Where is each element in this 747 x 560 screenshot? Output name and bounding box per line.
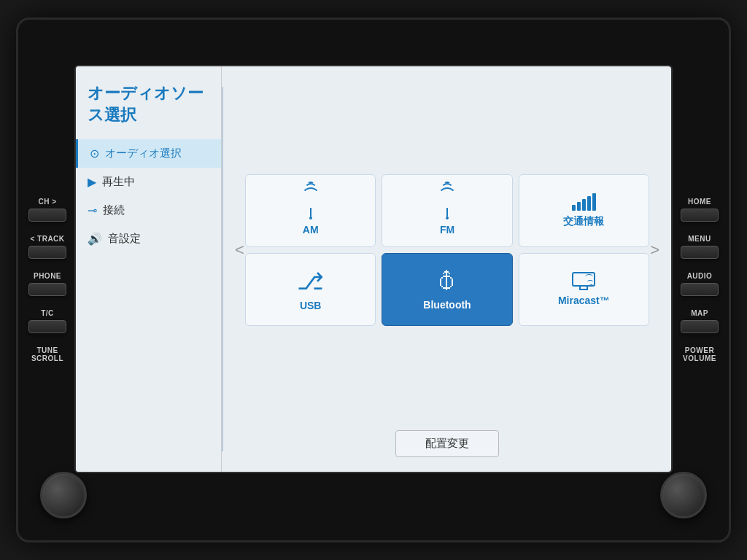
traffic-bar-5: [592, 193, 596, 211]
sidebar-item-sound-settings[interactable]: 🔊 音設定: [76, 225, 221, 253]
phone-label: PHONE: [34, 272, 61, 280]
tc-label: T/C: [41, 309, 54, 317]
audio-select-icon: ⊙: [90, 147, 99, 160]
bluetooth-label: Bluetooth: [423, 299, 471, 311]
traffic-bar-3: [582, 199, 586, 211]
miracast-stand: [579, 287, 588, 290]
audio-label: AUDIO: [687, 272, 713, 280]
miracast-ws1: [589, 284, 593, 287]
left-controls: CH > < TRACK PHONE T/C TUNESCROLL: [28, 198, 66, 362]
source-grid: AM FM: [231, 167, 664, 333]
left-knob-group: [40, 472, 87, 518]
menu-label: MENU: [688, 235, 711, 243]
map-label: MAP: [691, 309, 708, 317]
audio-button[interactable]: [681, 283, 719, 296]
traffic-bar-1: [572, 205, 576, 211]
bottom-bar: 配置変更: [231, 426, 664, 464]
fm-signal-arcs: [438, 186, 457, 206]
track-button[interactable]: [28, 246, 66, 259]
display-screen: オーディオソース選択 ⊙ オーディオ選択 ▶ 再生中 ⊸ 接続 🔊 音設定 <: [74, 65, 673, 473]
miracast-label: Miracast™: [558, 295, 610, 306]
screen-title: オーディオソース選択: [76, 75, 221, 139]
power-volume-label: POWERVOLUME: [683, 346, 716, 362]
sidebar-item-connect[interactable]: ⊸ 接続: [76, 196, 221, 225]
traffic-bar-4: [587, 196, 591, 211]
home-label: HOME: [688, 198, 711, 206]
miracast-ws3: [585, 274, 593, 279]
sidebar-item-audio-select-label: オーディオ選択: [105, 147, 182, 160]
source-bluetooth-button[interactable]: ⦽ Bluetooth: [382, 253, 512, 326]
am-signal-arcs: [301, 186, 320, 206]
audio-button-group: AUDIO: [681, 272, 719, 296]
traffic-bar-2: [577, 202, 581, 211]
am-arc-lg: [301, 187, 320, 206]
right-controls: HOME MENU AUDIO MAP POWERVOLUME: [681, 198, 719, 362]
traffic-bars: [572, 193, 596, 211]
menu-button-group: MENU: [681, 235, 719, 259]
head-unit: CH > < TRACK PHONE T/C TUNESCROLL HOME M…: [16, 18, 731, 542]
miracast-icon-container: [572, 272, 595, 290]
sidebar-item-now-playing-label: 再生中: [102, 175, 135, 189]
power-volume-group: POWERVOLUME: [683, 346, 716, 362]
source-am-button[interactable]: AM: [245, 174, 376, 247]
sound-settings-icon: 🔊: [88, 232, 102, 246]
source-grid-wrapper: < AM: [231, 74, 664, 426]
phone-button-group: PHONE: [28, 272, 66, 296]
sidebar-item-audio-select[interactable]: ⊙ オーディオ選択: [76, 139, 221, 168]
home-button[interactable]: [681, 209, 719, 222]
bluetooth-icon: ⦽: [436, 268, 459, 295]
tune-scroll-knob[interactable]: [40, 472, 87, 518]
fm-arc-lg: [438, 187, 457, 206]
tune-scroll-group: TUNESCROLL: [31, 346, 63, 362]
right-knob-group: [660, 472, 707, 518]
bottom-controls: [18, 472, 729, 518]
miracast-ws2: [587, 280, 593, 284]
ch-button[interactable]: [28, 209, 66, 222]
map-button-group: MAP: [681, 309, 719, 333]
sidebar-item-connect-label: 接続: [103, 203, 125, 217]
track-label: < TRACK: [30, 235, 64, 243]
sidebar-item-sound-settings-label: 音設定: [108, 232, 141, 246]
am-dot: [309, 217, 312, 219]
miracast-screen-shape: [572, 272, 595, 287]
ch-label: CH >: [38, 198, 56, 206]
sidebar-item-now-playing[interactable]: ▶ 再生中: [76, 168, 221, 196]
nav-left-button[interactable]: <: [232, 238, 247, 262]
source-traffic-button[interactable]: 交通情報: [519, 174, 649, 247]
fm-label: FM: [440, 224, 454, 236]
am-pole: [310, 208, 311, 217]
source-usb-button[interactable]: ⎇ USB: [245, 253, 376, 326]
source-miracast-button[interactable]: Miracast™: [519, 253, 649, 326]
fm-dot: [446, 217, 449, 219]
traffic-label: 交通情報: [563, 215, 604, 228]
now-playing-icon: ▶: [88, 175, 96, 189]
map-button[interactable]: [681, 320, 719, 333]
fm-pole: [446, 208, 448, 217]
nav-right-button[interactable]: >: [647, 238, 662, 262]
ch-button-group: CH >: [28, 198, 66, 222]
phone-button[interactable]: [28, 283, 66, 296]
power-volume-knob[interactable]: [660, 472, 707, 518]
tc-button-group: T/C: [28, 309, 66, 333]
miracast-wifi-small: [585, 274, 593, 287]
track-button-group: < TRACK: [28, 235, 66, 259]
connect-icon: ⊸: [88, 203, 97, 217]
usb-icon: ⎇: [297, 268, 324, 295]
source-fm-button[interactable]: FM: [382, 174, 512, 247]
tc-button[interactable]: [28, 320, 66, 333]
menu-button[interactable]: [681, 246, 719, 259]
usb-label: USB: [300, 300, 322, 311]
tune-scroll-label: TUNESCROLL: [31, 346, 63, 362]
rearrange-button[interactable]: 配置変更: [395, 430, 499, 457]
sidebar: オーディオソース選択 ⊙ オーディオ選択 ▶ 再生中 ⊸ 接続 🔊 音設定: [76, 66, 222, 472]
am-label: AM: [303, 224, 319, 236]
main-content: < AM: [223, 66, 671, 472]
home-button-group: HOME: [681, 198, 719, 222]
